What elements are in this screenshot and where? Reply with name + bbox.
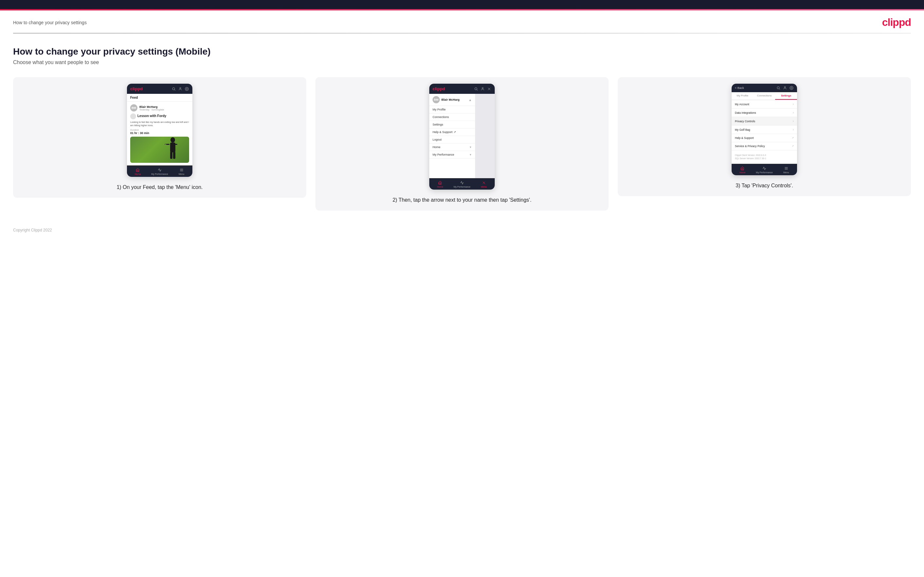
settings-icon-3 <box>789 85 794 90</box>
phone-1: clippd Feed <box>127 84 192 177</box>
svg-line-1 <box>174 90 175 90</box>
feed-description: Looking to feel like my hands are exitin… <box>130 121 189 127</box>
nav-menu: Menu <box>170 166 192 177</box>
step-1-caption: 1) On your Feed, tap the 'Menu' icon. <box>116 184 202 191</box>
menu-avatar: BM <box>433 96 440 103</box>
tab-connections: Connections <box>754 92 775 100</box>
nav-performance-label: My Performance <box>151 173 168 175</box>
settings-icon <box>184 87 189 91</box>
nav-performance-label-3: My Performance <box>756 171 772 174</box>
menu-item-help: Help & Support ↗ <box>429 129 475 136</box>
svg-line-10 <box>165 144 166 145</box>
nav-performance: My Performance <box>149 166 171 177</box>
phone-3: < Back My Profile <box>732 84 797 175</box>
feed-username: Blair McHarg <box>139 105 164 108</box>
svg-rect-8 <box>170 152 173 159</box>
performance-icon <box>157 168 162 172</box>
phone1-bottom-nav: Home My Performance Menu <box>127 165 192 177</box>
feed-date: Yesterday · Sunningdale <box>139 108 164 111</box>
back-label: < Back <box>735 86 744 90</box>
settings-item-myaccount: My Account › <box>732 100 797 108</box>
main-content: How to change your privacy settings (Mob… <box>0 33 924 217</box>
nav-menu-2: Menu <box>473 179 495 190</box>
nav-menu-label: Menu <box>179 173 184 175</box>
menu-item-connections: Connections <box>429 113 475 121</box>
steps-row: clippd Feed <box>13 77 911 211</box>
svg-point-2 <box>179 87 181 89</box>
phone2-bottom-nav: Home My Performance Menu <box>429 178 495 190</box>
home-icon-3 <box>740 166 745 171</box>
menu-item-logout: Logout <box>429 136 475 143</box>
svg-point-16 <box>482 87 483 89</box>
nav-menu-3: Menu <box>775 164 797 175</box>
phone2-topbar: clippd <box>429 84 495 94</box>
nav-performance-2: My Performance <box>451 179 473 190</box>
phone1-logo: clippd <box>130 86 143 91</box>
nav-home: Home <box>127 166 149 177</box>
svg-point-0 <box>173 88 175 90</box>
performance-icon-2 <box>460 181 464 185</box>
feed-duration-value: 01 hr : 30 min <box>130 131 189 135</box>
svg-point-4 <box>170 137 175 143</box>
svg-point-21 <box>777 87 779 89</box>
header: How to change your privacy settings clip… <box>0 10 924 33</box>
menu-item-home: Home ▼ <box>429 143 475 151</box>
phone3-icons <box>776 85 794 90</box>
feed-duration-label: Duration <box>130 129 189 131</box>
chevron-right-icon-2: › <box>793 111 794 114</box>
menu-item-myprofile: My Profile <box>429 106 475 113</box>
chevron-right-icon-4: › <box>793 128 794 131</box>
external-link-icon: ↗ <box>792 137 794 139</box>
menu-icon-3 <box>784 166 788 171</box>
logo: clippd <box>882 16 911 29</box>
chevron-right-icon: › <box>793 102 794 106</box>
settings-back-bar: < Back <box>732 84 797 92</box>
version-info: Clippd Client Version: 2022.8.3-3 SQL Se… <box>732 150 797 164</box>
menu-panel: BM Blair McHarg ▲ My Profile Connections <box>429 94 475 178</box>
feed-user: BM Blair McHarg Yesterday · Sunningdale <box>130 104 189 111</box>
settings-item-golfbag: My Golf Bag › <box>732 126 797 134</box>
top-bar <box>0 0 924 9</box>
settings-item-data: Data Integrations › <box>732 108 797 117</box>
chevron-down-icon: ▼ <box>469 146 472 149</box>
settings-item-privacy: Privacy Controls › <box>732 117 797 126</box>
nav-home-label: Home <box>135 173 141 175</box>
step-3-caption: 3) Tap 'Privacy Controls'. <box>735 182 793 190</box>
tab-myprofile: My Profile <box>732 92 754 100</box>
search-icon-2 <box>474 87 478 91</box>
phone1-topbar: clippd <box>127 84 192 94</box>
menu-user-name: BM Blair McHarg <box>433 96 460 103</box>
footer: Copyright Clippd 2022 <box>0 217 924 239</box>
phone2-menu-area: BM Blair McHarg ▲ My Profile Connections <box>429 94 495 178</box>
svg-point-14 <box>475 88 477 90</box>
svg-point-3 <box>186 88 187 89</box>
page-subheading: Choose what you want people to see <box>13 60 911 65</box>
feed-tab: Feed <box>127 94 192 102</box>
nav-home-2: Home <box>429 179 451 190</box>
svg-line-22 <box>779 89 780 90</box>
avatar: BM <box>130 104 137 111</box>
feed-lesson-title: Lesson with Fordy <box>137 114 166 118</box>
golfer-svg <box>163 137 183 163</box>
step-2-caption: 2) Then, tap the arrow next to your name… <box>393 196 532 204</box>
feed-image <box>130 137 189 163</box>
page-heading: How to change your privacy settings (Mob… <box>13 47 911 57</box>
step-1-card: clippd Feed <box>13 77 306 198</box>
settings-tabs: My Profile Connections Settings <box>732 92 797 100</box>
feed-lesson-icon-row: Lesson with Fordy <box>130 113 189 119</box>
nav-menu-label-3: Menu <box>783 171 789 174</box>
performance-icon-3 <box>762 166 767 171</box>
svg-rect-6 <box>166 144 170 145</box>
menu-user-row: BM Blair McHarg ▲ <box>429 94 475 106</box>
feed-user-info: Blair McHarg Yesterday · Sunningdale <box>139 105 164 111</box>
phone2-logo: clippd <box>433 86 445 91</box>
nav-performance-3: My Performance <box>754 164 775 175</box>
person-icon <box>178 87 183 91</box>
settings-item-service: Service & Privacy Policy ↗ <box>732 142 797 150</box>
nav-performance-label-2: My Performance <box>454 186 470 188</box>
menu-item-performance: My Performance ▼ <box>429 151 475 158</box>
phone-2: clippd <box>429 84 495 190</box>
svg-rect-9 <box>173 152 175 159</box>
phone2-icons <box>474 87 491 91</box>
svg-point-24 <box>791 88 792 89</box>
